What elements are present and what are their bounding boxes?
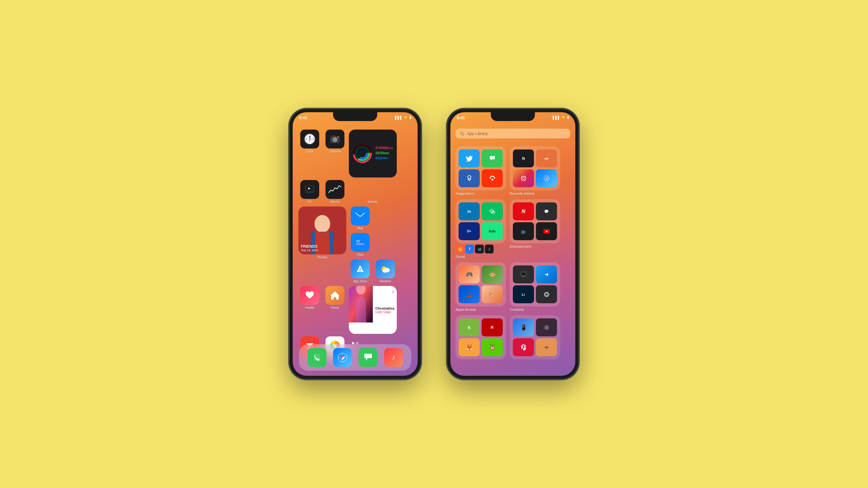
lightroom-icon[interactable]: Lr: [513, 285, 534, 303]
appstore-icon[interactable]: A: [351, 259, 370, 279]
linkedin-icon[interactable]: in: [459, 202, 480, 220]
tiktok-icon[interactable]: ♪: [485, 245, 494, 254]
stocks-icon[interactable]: [326, 180, 344, 199]
entertainment-folder[interactable]: N 💬 📺 Entertainment: [510, 199, 560, 259]
safari-lib-icon[interactable]: [536, 169, 557, 187]
suggestions-folder[interactable]: Suggestions: [456, 146, 506, 195]
epi-icon[interactable]: epi: [536, 150, 557, 167]
weather-app-cell[interactable]: Weather: [374, 259, 397, 284]
messages-lib-icon[interactable]: [482, 150, 503, 167]
camera-app-cell[interactable]: Camera: [323, 130, 346, 177]
activity-widget[interactable]: 375/500CAL 19/30MIN 4/12HRS: [349, 130, 397, 177]
facebook-icon[interactable]: f: [465, 245, 474, 254]
apple-arcade-label: Apple Arcade: [456, 308, 476, 312]
svg-point-37: [382, 269, 387, 273]
duolingo-icon[interactable]: 🦉: [482, 338, 503, 356]
yikyak-icon[interactable]: 👋: [456, 245, 464, 254]
files-icon[interactable]: [351, 233, 370, 252]
misc-folder[interactable]: 📱 ∞: [510, 315, 560, 359]
mail-app-cell[interactable]: Mail: [349, 206, 372, 230]
toca-icon[interactable]: 🐵: [482, 265, 503, 284]
stocks-app-cell[interactable]: Stocks: [323, 180, 346, 204]
social-folder-box[interactable]: in D+ hulu: [456, 199, 506, 243]
app-library-search[interactable]: App Library: [456, 129, 570, 138]
instagram-icon[interactable]: [513, 169, 534, 187]
safari-dock-cell[interactable]: [331, 348, 354, 367]
home-screen: 9:41 ▌▌▌ 🛜 ▮ 12 6 9: [293, 112, 417, 376]
phone-dock-cell[interactable]: [306, 348, 328, 367]
doordash-icon[interactable]: [482, 169, 503, 187]
twitter-icon[interactable]: [459, 150, 480, 167]
recently-added-folder[interactable]: N epi: [510, 146, 560, 195]
misc-icon2[interactable]: [536, 318, 557, 336]
camera-icon[interactable]: [326, 130, 344, 149]
mail-icon[interactable]: [351, 206, 370, 225]
rakuten-icon[interactable]: R: [482, 318, 503, 336]
svg-rect-32: [356, 243, 364, 245]
music-dock-cell[interactable]: ♪: [382, 348, 405, 367]
mail-files-stack: Mail Files: [349, 206, 372, 259]
home-app-cell[interactable]: Home: [323, 286, 346, 334]
hulu-icon[interactable]: hulu: [482, 222, 503, 240]
testflight-icon[interactable]: [536, 265, 557, 284]
music-widget[interactable]: ♪ Chromatica Lady Gaga: [349, 286, 397, 334]
wechat-icon[interactable]: [482, 202, 503, 220]
weather-icon[interactable]: [376, 259, 395, 279]
suggestions-folder-box[interactable]: [456, 146, 506, 190]
messages-ent-icon[interactable]: 💬: [536, 202, 557, 220]
facetime-icon[interactable]: 📹: [475, 245, 484, 254]
files-app-cell[interactable]: Files: [349, 233, 372, 257]
nyt-icon[interactable]: N: [513, 150, 534, 167]
toca2-icon[interactable]: 🦊: [459, 338, 480, 356]
recently-added-label: Recently Added: [510, 192, 534, 195]
photos-widget-cell[interactable]: FRIENDS Sep 10, 2019 Photos: [299, 206, 346, 259]
utility-folder[interactable]: h R 🦊 🦉: [456, 315, 506, 359]
clock-icon[interactable]: 12 6 9 3: [300, 130, 319, 149]
min-stat: 19/30MIN: [375, 151, 394, 155]
home-icon[interactable]: [326, 286, 344, 305]
youtube-icon[interactable]: [536, 222, 557, 240]
misc-icon4[interactable]: ∞: [536, 338, 557, 356]
svg-point-13: [334, 139, 336, 140]
messages-dock-cell[interactable]: [357, 348, 379, 367]
spark-icon[interactable]: [459, 169, 480, 187]
health-icon[interactable]: [300, 286, 319, 305]
houzz-icon[interactable]: h: [459, 318, 480, 336]
photos-widget[interactable]: FRIENDS Sep 10, 2019: [299, 206, 346, 254]
health-app-cell[interactable]: Health: [299, 286, 321, 334]
tv-app-cell[interactable]: TV: [299, 180, 321, 204]
svg-point-68: [492, 212, 493, 213]
pinterest-icon[interactable]: [513, 338, 534, 356]
creativity-folder-box[interactable]: Lr: [510, 262, 560, 306]
app-row-2: TV Stocks Activity: [299, 180, 412, 204]
arcade-game4-icon[interactable]: 🎨: [482, 285, 503, 303]
notch-2: [491, 112, 535, 121]
halide-icon[interactable]: [536, 285, 557, 303]
messages-icon[interactable]: [359, 348, 377, 367]
tv-ent-icon[interactable]: 📺: [513, 222, 534, 240]
apple-arcade-folder-box[interactable]: 🎮 🐵 🏎️ 🎨: [456, 262, 506, 306]
phone-icon[interactable]: [308, 348, 327, 367]
misc-folder-box[interactable]: 📱 ∞: [510, 315, 560, 359]
appstore-app-cell[interactable]: A App Store: [349, 259, 372, 284]
app-row-4: A App Store Wea: [299, 259, 412, 284]
misc-icon1[interactable]: 📱: [513, 318, 534, 336]
app-row-3: FRIENDS Sep 10, 2019 Photos: [299, 206, 412, 259]
creativity-folder[interactable]: Lr Creativity: [510, 262, 560, 312]
disney-icon[interactable]: D+: [459, 222, 480, 240]
safari-icon[interactable]: [333, 348, 352, 367]
screenflow-icon[interactable]: [513, 265, 534, 284]
files-label: Files: [357, 253, 363, 257]
tv-icon[interactable]: [300, 180, 319, 199]
utility-folder-box[interactable]: h R 🦊 🦉: [456, 315, 506, 359]
clock-app-cell[interactable]: 12 6 9 3 Clock: [299, 130, 321, 177]
app-row-1: 12 6 9 3 Clock: [299, 130, 412, 177]
netflix-icon[interactable]: N: [513, 202, 534, 220]
arcade-game1-icon[interactable]: 🎮: [459, 265, 480, 284]
entertainment-folder-box[interactable]: N 💬 📺: [510, 199, 560, 243]
sonic-icon[interactable]: 🏎️: [459, 285, 480, 303]
music-icon[interactable]: ♪: [384, 348, 403, 367]
recently-added-folder-box[interactable]: N epi: [510, 146, 560, 190]
apple-arcade-folder[interactable]: 🎮 🐵 🏎️ 🎨 Apple Arcade: [456, 262, 506, 312]
social-folder[interactable]: in D+ hulu: [456, 199, 506, 259]
